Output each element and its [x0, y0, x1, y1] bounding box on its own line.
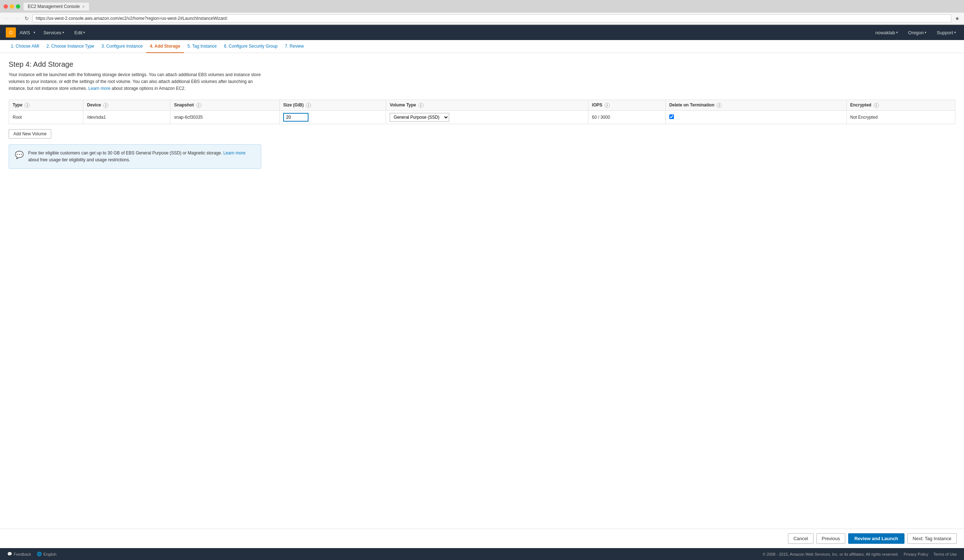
footer: 💬 Feedback 🌐 English © 2008 - 2015, Amaz…	[0, 548, 964, 560]
services-chevron-icon: ▾	[62, 31, 64, 34]
footer-right: © 2008 - 2015, Amazon Web Services, Inc.…	[763, 552, 957, 557]
info-box-icon: 💬	[15, 150, 24, 159]
edit-label: Edit	[74, 30, 82, 35]
tab-title: EC2 Management Console	[28, 4, 80, 9]
support-label: Support	[936, 30, 953, 35]
dot-yellow[interactable]	[10, 4, 14, 9]
add-new-volume-button[interactable]: Add New Volume	[9, 129, 51, 138]
copyright-text: © 2008 - 2015, Amazon Web Services, Inc.…	[763, 552, 899, 557]
row-iops: 60 / 3000	[588, 111, 665, 124]
globe-icon: 🌐	[37, 552, 42, 557]
wizard-step-2[interactable]: 2. Choose Instance Type	[43, 40, 98, 53]
forward-button[interactable]: →	[13, 15, 21, 22]
wizard-step-7[interactable]: 7. Review	[282, 40, 308, 53]
page-title: Step 4: Add Storage	[9, 60, 955, 68]
services-nav-item[interactable]: Services ▾	[41, 30, 67, 35]
next-button[interactable]: Next: Tag Instance	[907, 533, 957, 544]
dot-green[interactable]	[16, 4, 20, 9]
col-size: Size (GiB) i	[280, 99, 386, 111]
content-spacer	[0, 352, 964, 529]
wizard-step-5[interactable]: 5. Tag Instance	[184, 40, 220, 53]
browser-nav-bar: ← → ↻ ★	[0, 13, 964, 24]
support-chevron-icon: ▾	[954, 31, 956, 34]
col-device: Device i	[83, 99, 170, 111]
encrypted-info-icon[interactable]: i	[874, 103, 879, 108]
row-volume-type[interactable]: General Purpose (SSD) Magnetic Provision…	[386, 111, 588, 124]
browser-tab[interactable]: EC2 Management Console ✕	[23, 2, 90, 10]
account-label: nowaklab	[875, 30, 895, 35]
col-volume-type: Volume Type i	[386, 99, 588, 111]
delete-on-termination-checkbox[interactable]	[669, 114, 674, 119]
terms-of-use-link[interactable]: Terms of Use	[933, 552, 957, 557]
table-header-row: Type i Device i Snapshot i Size (GiB) i	[9, 99, 955, 111]
aws-brand-label[interactable]: AWS	[17, 30, 32, 35]
bottom-bar: Cancel Previous Review and Launch Next: …	[0, 529, 964, 548]
row-delete-on-termination[interactable]	[665, 111, 847, 124]
region-nav-item[interactable]: Oregon ▾	[906, 30, 929, 35]
delete-info-icon[interactable]: i	[716, 103, 721, 108]
page-content: Step 4: Add Storage Your instance will b…	[0, 53, 964, 352]
col-iops: IOPS i	[588, 99, 665, 111]
feedback-button[interactable]: 💬 Feedback	[7, 552, 31, 557]
table-row: Root /dev/sda1 snap-6cf30335 General Pur…	[9, 111, 955, 124]
language-button[interactable]: 🌐 English	[37, 552, 56, 557]
privacy-policy-link[interactable]: Privacy Policy	[904, 552, 928, 557]
free-tier-learn-more-link[interactable]: Learn more	[223, 150, 245, 156]
device-info-icon[interactable]: i	[103, 103, 108, 108]
main-wrapper: 1. Choose AMI 2. Choose Instance Type 3.…	[0, 40, 964, 548]
dot-red[interactable]	[3, 4, 8, 9]
feedback-label: Feedback	[14, 552, 31, 557]
feedback-icon: 💬	[7, 552, 12, 557]
previous-button[interactable]: Previous	[816, 533, 846, 544]
wizard-step-6[interactable]: 6. Configure Security Group	[220, 40, 282, 53]
col-delete-on-termination: Delete on Termination i	[665, 99, 847, 111]
back-button[interactable]: ←	[3, 15, 11, 22]
col-snapshot: Snapshot i	[170, 99, 280, 111]
review-and-launch-button[interactable]: Review and Launch	[848, 533, 904, 544]
volume-type-info-icon[interactable]: i	[418, 103, 423, 108]
region-label: Oregon	[908, 30, 923, 35]
language-label: English	[43, 552, 56, 557]
storage-table: Type i Device i Snapshot i Size (GiB) i	[9, 99, 955, 124]
topnav-right: nowaklab ▾ Oregon ▾ Support ▾	[873, 30, 958, 35]
browser-chrome: EC2 Management Console ✕ ← → ↻ ★	[0, 0, 964, 25]
info-box: 💬 Free tier eligible customers can get u…	[9, 144, 261, 169]
snapshot-info-icon[interactable]: i	[196, 103, 201, 108]
row-type: Root	[9, 111, 83, 124]
browser-dots	[3, 4, 20, 9]
aws-brand-chevron: ▾	[34, 31, 35, 34]
edit-nav-item[interactable]: Edit ▾	[72, 30, 87, 35]
account-nav-item[interactable]: nowaklab ▾	[873, 30, 900, 35]
volume-type-select[interactable]: General Purpose (SSD) Magnetic Provision…	[390, 113, 449, 122]
tab-close-icon[interactable]: ✕	[82, 5, 85, 9]
region-chevron-icon: ▾	[925, 31, 927, 34]
support-nav-item[interactable]: Support ▾	[935, 30, 958, 35]
col-type: Type i	[9, 99, 83, 111]
bookmark-button[interactable]: ★	[954, 15, 961, 22]
row-snapshot: snap-6cf30335	[170, 111, 280, 124]
browser-title-bar: EC2 Management Console ✕	[0, 0, 964, 13]
row-device: /dev/sda1	[83, 111, 170, 124]
learn-more-link[interactable]: Learn more	[88, 86, 111, 91]
address-bar[interactable]	[33, 15, 951, 22]
aws-logo-icon: ⬡	[9, 30, 13, 35]
reload-button[interactable]: ↻	[23, 15, 30, 22]
wizard-steps: 1. Choose AMI 2. Choose Instance Type 3.…	[0, 40, 964, 53]
footer-left: 💬 Feedback 🌐 English	[7, 552, 56, 557]
wizard-step-4[interactable]: 4. Add Storage	[146, 40, 184, 53]
aws-logo-box: ⬡	[6, 28, 16, 37]
aws-topnav: ⬡ AWS ▾ Services ▾ Edit ▾ nowaklab ▾ Ore…	[0, 25, 964, 40]
wizard-step-3[interactable]: 3. Configure Instance	[98, 40, 146, 53]
type-info-icon[interactable]: i	[24, 103, 29, 108]
account-chevron-icon: ▾	[896, 31, 898, 34]
cancel-button[interactable]: Cancel	[788, 533, 813, 544]
row-size[interactable]	[280, 111, 386, 124]
col-encrypted: Encrypted i	[847, 99, 955, 111]
page-description: Your instance will be launched with the …	[9, 72, 261, 92]
wizard-step-1[interactable]: 1. Choose AMI	[7, 40, 43, 53]
edit-chevron-icon: ▾	[83, 31, 85, 34]
iops-info-icon[interactable]: i	[605, 103, 610, 108]
aws-logo[interactable]: ⬡ AWS ▾	[6, 28, 35, 37]
size-info-icon[interactable]: i	[306, 103, 311, 108]
size-input[interactable]	[283, 113, 308, 122]
